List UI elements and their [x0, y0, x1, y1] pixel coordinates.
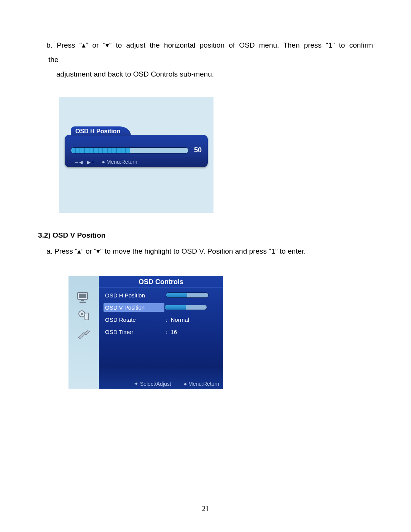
hint-menu-return: ● Menu:Return	[102, 159, 137, 165]
menu-row-osd-rotate[interactable]: OSD Rotate : Normal	[104, 313, 218, 326]
tools-icon	[75, 327, 92, 341]
menu-value	[166, 292, 218, 298]
monitor-icon	[75, 290, 92, 305]
hint-plus: ▶ +	[87, 160, 94, 165]
document-page: b. Press “▴” or “▾“ to adjust the horizo…	[0, 0, 411, 532]
speaker-icon	[75, 308, 92, 323]
menu-label: OSD Rotate	[104, 316, 166, 323]
footer-menu-return: ● Menu:Return	[184, 381, 219, 387]
menu-label-highlight: OSD V Position	[104, 303, 164, 312]
osd-h-slider-fill	[71, 148, 130, 153]
svg-rect-6	[85, 313, 89, 320]
osd-h-value: 50	[194, 146, 202, 154]
menu-value: : 16	[166, 329, 218, 335]
figure-osd-controls-menu: OSD Controls OSD H Position OSD V Positi…	[68, 276, 223, 389]
menu-row-osd-v[interactable]: OSD V Position	[104, 301, 218, 313]
paragraph-b: b. Press “▴” or “▾“ to adjust the horizo…	[46, 38, 373, 81]
para-b-line2: adjustment and back to OSD Controls sub-…	[56, 67, 373, 81]
osd-h-slider-row: 50	[71, 146, 202, 154]
menu-label: OSD Timer	[104, 329, 166, 335]
svg-rect-1	[79, 294, 86, 298]
menu-label: OSD H Position	[104, 292, 166, 299]
heading-3-2: 3.2) OSD V Position	[38, 231, 373, 240]
mini-slider	[166, 292, 209, 298]
svg-rect-3	[80, 302, 86, 303]
osd-h-slider[interactable]	[71, 147, 189, 153]
osd-h-hints: – ◀ ▶ + ● Menu:Return	[75, 159, 137, 165]
para-b-line1: b. Press “▴” or “▾“ to adjust the horizo…	[46, 41, 373, 64]
menu-value-text: 16	[171, 329, 177, 335]
paragraph-a: a. Press “▴” or “▾“ to move the highligh…	[46, 244, 373, 259]
osd-menu-footer: ✦ Select/Adjust ● Menu:Return	[134, 381, 219, 387]
menu-value	[164, 305, 218, 310]
menu-value: : Normal	[166, 316, 218, 323]
page-number: 21	[0, 505, 411, 513]
hint-minus: – ◀	[75, 160, 83, 165]
svg-rect-2	[81, 300, 84, 301]
menu-row-osd-h[interactable]: OSD H Position	[104, 289, 218, 301]
menu-value-text: Normal	[171, 316, 189, 323]
osd-h-panel: OSD H Position 50 – ◀ ▶ + ● Menu:Return	[65, 135, 208, 167]
menu-row-osd-timer[interactable]: OSD Timer : 16	[104, 326, 218, 338]
svg-point-5	[81, 313, 83, 315]
osd-menu-panel: OSD Controls OSD H Position OSD V Positi…	[99, 276, 223, 389]
mini-slider	[164, 305, 207, 310]
osd-menu-sidebar	[68, 276, 99, 389]
osd-h-tab-label: OSD H Position	[75, 128, 120, 134]
osd-menu-rows: OSD H Position OSD V Position OSD Rotate…	[99, 288, 223, 338]
osd-h-tab: OSD H Position	[71, 126, 131, 136]
osd-menu-title: OSD Controls	[99, 276, 223, 288]
footer-select-adjust: ✦ Select/Adjust	[134, 381, 171, 387]
figure-osd-h-position: OSD H Position 50 – ◀ ▶ + ● Menu:Return	[59, 97, 213, 213]
